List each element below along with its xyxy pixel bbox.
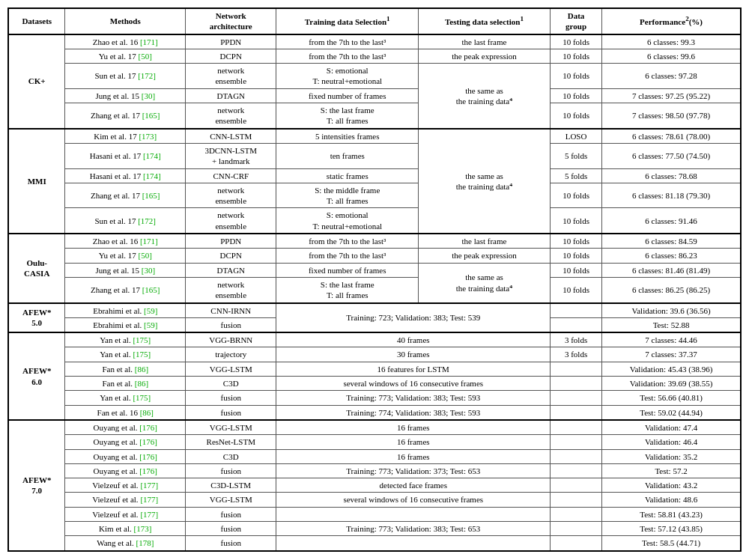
- method-cell: Yu et al. 17 [50]: [65, 249, 186, 263]
- training-testing-cell: 16 frames: [276, 420, 551, 435]
- network-cell: networkensemble: [186, 208, 276, 234]
- training-cell: from the 7th to the last³: [276, 34, 419, 49]
- testing-cell: the last frame: [419, 34, 551, 49]
- data-group-cell: 10 folds: [551, 249, 602, 263]
- table-row: AFEW*6.0Yan et al. [175]VGG-BRNN40 frame…: [8, 332, 741, 347]
- network-cell: networkensemble: [186, 183, 276, 208]
- network-cell: CNN-LSTM: [186, 129, 276, 144]
- performance-cell: 6 classes: 97.28: [602, 64, 741, 89]
- training-cell: S: emotionalT: neutral+emotional: [276, 64, 419, 89]
- performance-cell: 6 classes: 81.46 (81.49): [602, 263, 741, 277]
- data-group-cell: [551, 478, 602, 493]
- table-row: Oulu-CASIAZhao et al. 16 [171]PPDNfrom t…: [8, 234, 741, 249]
- table-row: Vielzeuf et al. [177]VGG-LSTMseveral win…: [8, 493, 741, 507]
- dataset-cell: AFEW*6.0: [8, 332, 65, 420]
- training-cell: 5 intensities frames: [276, 129, 419, 144]
- network-cell: fusion: [186, 405, 276, 420]
- method-cell: Fan et al. [86]: [65, 362, 186, 376]
- results-table: Datasets Methods Networkarchitecture Tra…: [7, 7, 742, 552]
- training-testing-cell: Training: 723; Validation: 383; Test: 53…: [276, 303, 551, 333]
- data-group-cell: 3 folds: [551, 347, 602, 362]
- network-cell: PPDN: [186, 34, 276, 49]
- table-row: CK+Zhao et al. 16 [171]PPDNfrom the 7th …: [8, 34, 741, 49]
- data-group-cell: 10 folds: [551, 49, 602, 63]
- method-cell: Kim et al. 17 [173]: [65, 129, 186, 144]
- table-row: Zhang et al. 17 [165]networkensembleS: t…: [8, 183, 741, 208]
- method-cell: Vielzeuf et al. [177]: [65, 507, 186, 521]
- table-row: Hasani et al. 17 [174]CNN-CRFstatic fram…: [8, 168, 741, 183]
- training-testing-cell: several windows of 16 consecutive frames: [276, 493, 551, 507]
- method-cell: Ouyang et al. [176]: [65, 435, 186, 449]
- network-cell: DCPN: [186, 249, 276, 263]
- training-testing-cell: 16 features for LSTM: [276, 362, 551, 376]
- method-cell: Fan et al. [86]: [65, 377, 186, 391]
- table-row: Vielzeuf et al. [177]fusionTest: 58.81 (…: [8, 507, 741, 521]
- data-group-cell: 3 folds: [551, 332, 602, 347]
- data-group-cell: [551, 303, 602, 318]
- col-training: Training data Selection1: [276, 8, 419, 34]
- performance-cell: 6 classes: 86.23: [602, 249, 741, 263]
- table-row: Ouyang et al. [176]C3D16 framesValidatio…: [8, 449, 741, 463]
- training-testing-cell: [276, 536, 551, 551]
- performance-cell: Test: 58.5 (44.71): [602, 536, 741, 551]
- performance-cell: 6 classes: 99.3: [602, 34, 741, 49]
- training-testing-cell: 16 frames: [276, 435, 551, 449]
- method-cell: Wang et al. [178]: [65, 536, 186, 551]
- training-testing-cell: Training: 774; Validation: 383; Test: 59…: [276, 405, 551, 420]
- method-cell: Ouyang et al. [176]: [65, 420, 186, 435]
- method-cell: Ouyang et al. [176]: [65, 449, 186, 463]
- performance-cell: 7 classes: 97.25 (95.22): [602, 88, 741, 103]
- dataset-cell: MMI: [8, 129, 65, 234]
- data-group-cell: [551, 435, 602, 449]
- table-row: Yu et al. 17 [50]DCPNfrom the 7th to the…: [8, 49, 741, 63]
- table-row: Hasani et al. 17 [174]3DCNN-LSTM+ landma…: [8, 143, 741, 168]
- training-cell: fixed number of frames: [276, 88, 419, 103]
- table-row: Yu et al. 17 [50]DCPNfrom the 7th to the…: [8, 249, 741, 263]
- table-row: MMIKim et al. 17 [173]CNN-LSTM5 intensit…: [8, 129, 741, 144]
- performance-cell: 7 classes: 37.37: [602, 347, 741, 362]
- table-row: Ouyang et al. [176]ResNet-LSTM16 framesV…: [8, 435, 741, 449]
- training-cell: S: emotionalT: neutral+emotional: [276, 208, 419, 234]
- data-group-cell: [551, 449, 602, 463]
- network-cell: VGG-BRNN: [186, 332, 276, 347]
- dataset-cell: AFEW*5.0: [8, 303, 65, 333]
- method-cell: Jung et al. 15 [30]: [65, 263, 186, 277]
- training-cell: S: the middle frameT: all frames: [276, 183, 419, 208]
- method-cell: Zhang et al. 17 [165]: [65, 277, 186, 302]
- performance-cell: 6 classes: 78.68: [602, 168, 741, 183]
- performance-cell: Validation: 48.6: [602, 493, 741, 507]
- performance-cell: Test: 57.12 (43.85): [602, 521, 741, 535]
- table-row: Ouyang et al. [176]fusionTraining: 773; …: [8, 463, 741, 478]
- table-row: Kim et al. [173]fusionTraining: 773; Val…: [8, 521, 741, 535]
- network-cell: CNN-IRNN: [186, 303, 276, 318]
- table-row: Jung et al. 15 [30]DTAGNfixed number of …: [8, 88, 741, 103]
- method-cell: Yan et al. [175]: [65, 391, 186, 405]
- network-cell: ResNet-LSTM: [186, 435, 276, 449]
- data-group-cell: LOSO: [551, 129, 602, 144]
- network-cell: DTAGN: [186, 88, 276, 103]
- performance-cell: Validation: 47.4: [602, 420, 741, 435]
- main-container: Datasets Methods Networkarchitecture Tra…: [7, 7, 742, 552]
- performance-cell: Validation: 45.43 (38.96): [602, 362, 741, 376]
- training-cell: fixed number of frames: [276, 263, 419, 277]
- col-methods: Methods: [65, 8, 186, 34]
- method-cell: Sun et al. 17 [172]: [65, 64, 186, 89]
- network-cell: C3D: [186, 377, 276, 391]
- data-group-cell: 10 folds: [551, 103, 602, 129]
- data-group-cell: [551, 362, 602, 376]
- method-cell: Yu et al. 17 [50]: [65, 49, 186, 63]
- method-cell: Yan et al. [175]: [65, 332, 186, 347]
- network-cell: VGG-LSTM: [186, 420, 276, 435]
- method-cell: Ebrahimi et al. [59]: [65, 317, 186, 332]
- data-group-cell: [551, 493, 602, 507]
- data-group-cell: [551, 420, 602, 435]
- method-cell: Hasani et al. 17 [174]: [65, 143, 186, 168]
- performance-cell: Test: 59.02 (44.94): [602, 405, 741, 420]
- performance-cell: Test: 56.66 (40.81): [602, 391, 741, 405]
- performance-cell: 6 classes: 81.18 (79.30): [602, 183, 741, 208]
- data-group-cell: [551, 536, 602, 551]
- testing-cell: the last frame: [419, 234, 551, 249]
- network-cell: PPDN: [186, 234, 276, 249]
- table-row: Jung et al. 15 [30]DTAGNfixed number of …: [8, 263, 741, 277]
- col-network: Networkarchitecture: [186, 8, 276, 34]
